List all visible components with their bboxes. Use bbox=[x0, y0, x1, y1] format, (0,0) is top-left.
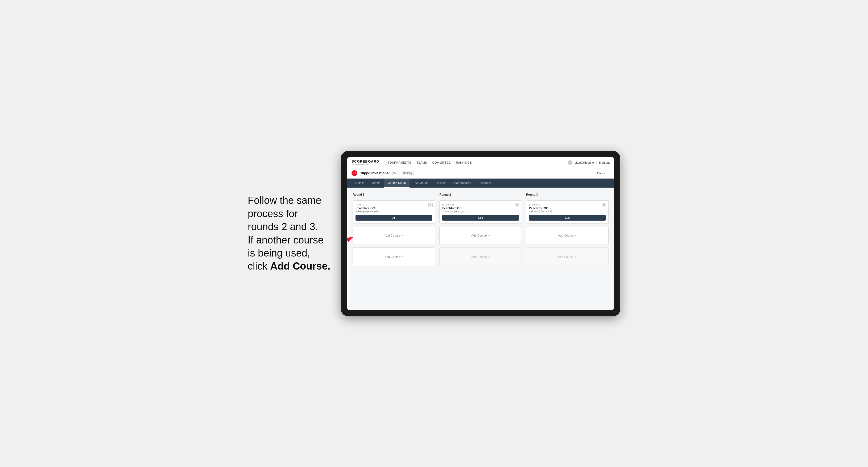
round-1-add-course-2[interactable]: Add Course + bbox=[352, 247, 435, 266]
tab-course-setup[interactable]: Course Setup bbox=[384, 179, 409, 188]
round-3-edit-button[interactable]: Edit bbox=[529, 215, 606, 221]
round-1-column: Round 1 ✕ (Course A) Peachtree GC Yellow… bbox=[352, 193, 435, 266]
rounds-container: Round 1 ✕ (Course A) Peachtree GC Yellow… bbox=[352, 193, 609, 266]
round-3-course-name: Peachtree GC bbox=[529, 207, 606, 210]
logo-main: SCOREBOARD bbox=[351, 159, 379, 163]
round-2-title: Round 2 bbox=[439, 193, 522, 196]
cancel-button[interactable]: Cancel ✕ bbox=[597, 172, 610, 175]
round-1-course-name: Peachtree GC bbox=[355, 207, 432, 210]
round-2-edit-button[interactable]: Edit bbox=[442, 215, 519, 221]
nav-teams[interactable]: TEAMS bbox=[416, 161, 427, 164]
round-3-add-course-2-plus-icon: + bbox=[575, 255, 577, 259]
round-1-course-details: Yellow (M) (6629 yds) bbox=[355, 210, 432, 213]
nav-rankings[interactable]: RANKINGS bbox=[456, 161, 472, 164]
round-3-add-course-1-label: Add Course bbox=[558, 234, 574, 237]
user-email: blair@clippd.io bbox=[575, 161, 594, 164]
round-1-course-label: (Course A) bbox=[355, 203, 432, 206]
round-1-remove-button[interactable]: ✕ bbox=[428, 203, 433, 207]
clippd-icon: C bbox=[351, 170, 358, 176]
tab-leaderboards[interactable]: Leaderboards bbox=[449, 179, 475, 188]
tab-printables[interactable]: Printables bbox=[475, 179, 495, 188]
logo-sub: Powered by clippd bbox=[351, 163, 379, 166]
nav-tournaments[interactable]: TOURNAMENTS bbox=[388, 161, 411, 164]
add-course-2-label: Add Course bbox=[384, 255, 400, 258]
tab-details[interactable]: Details bbox=[351, 179, 368, 188]
device-wrapper: SCOREBOARD Powered by clippd TOURNAMENTS… bbox=[341, 151, 620, 316]
round-1-course-card: ✕ (Course A) Peachtree GC Yellow (M) (66… bbox=[352, 200, 435, 223]
round-3-title: Round 3 bbox=[526, 193, 609, 196]
round-2-remove-button[interactable]: ✕ bbox=[515, 203, 519, 207]
arrow-svg bbox=[347, 229, 355, 245]
round-2-add-course-1[interactable]: Add Course + bbox=[439, 226, 522, 245]
tab-results[interactable]: Results bbox=[432, 179, 450, 188]
round-3-add-course-1-plus-icon: + bbox=[575, 234, 577, 237]
user-avatar-icon bbox=[567, 160, 572, 165]
scoreboard-logo: SCOREBOARD Powered by clippd bbox=[351, 159, 379, 166]
round-2-course-details: Yellow (M) (6629 yds) bbox=[442, 210, 519, 213]
tournament-name: Clippd Invitational bbox=[360, 171, 390, 175]
round-3-column: Round 3 ✕ (Course A) Peachtree GC Yellow… bbox=[526, 193, 609, 266]
annotation-text: Follow the same process for rounds 2 and… bbox=[248, 194, 330, 273]
round-2-add-course-2-label: Add Course bbox=[471, 255, 487, 258]
add-course-bold: Add Course. bbox=[270, 260, 330, 272]
tournament-gender: (Men) bbox=[392, 172, 399, 175]
round-2-course-card: ✕ (Course A) Peachtree GC Yellow (M) (66… bbox=[439, 200, 522, 223]
round-2-add-course-1-label: Add Course bbox=[471, 234, 487, 237]
round-1-title: Round 1 bbox=[352, 193, 435, 196]
add-course-2-plus-icon: + bbox=[401, 255, 403, 259]
round-3-add-course-2: Add Course + bbox=[526, 247, 609, 266]
round-3-add-course-1[interactable]: Add Course + bbox=[526, 226, 609, 245]
page-wrapper: Follow the same process for rounds 2 and… bbox=[248, 151, 620, 316]
round-3-add-course-2-label: Add Course bbox=[558, 255, 574, 258]
round-3-course-card: ✕ (Course A) Peachtree GC Yellow (M) (66… bbox=[526, 200, 609, 223]
round-1-edit-button[interactable]: Edit bbox=[355, 215, 432, 221]
round-3-course-details: Yellow (M) (6629 yds) bbox=[529, 210, 606, 213]
add-course-1-label: Add Course bbox=[384, 234, 400, 237]
close-icon: ✕ bbox=[607, 172, 610, 175]
round-2-course-label: (Course A) bbox=[442, 203, 519, 206]
tab-teams[interactable]: Teams bbox=[368, 179, 384, 188]
round-2-column: Round 2 ✕ (Course A) Peachtree GC Yellow… bbox=[439, 193, 522, 266]
round-3-remove-button[interactable]: ✕ bbox=[602, 203, 606, 207]
round-2-add-course-1-plus-icon: + bbox=[488, 234, 490, 237]
top-nav: SCOREBOARD Powered by clippd TOURNAMENTS… bbox=[347, 157, 614, 168]
sub-header: C Clippd Invitational (Men) Hosting Canc… bbox=[347, 168, 614, 179]
nav-committee[interactable]: COMMITTEE bbox=[432, 161, 451, 164]
sub-header-left: C Clippd Invitational (Men) Hosting bbox=[351, 170, 413, 176]
round-2-add-course-2: Add Course + bbox=[439, 247, 522, 266]
round-2-course-name: Peachtree GC bbox=[442, 207, 519, 210]
tab-tee-groups[interactable]: Tee Groups bbox=[409, 179, 432, 188]
tabs-bar: Details Teams Course Setup Tee Groups Re… bbox=[347, 179, 614, 188]
round-2-add-course-2-plus-icon: + bbox=[488, 255, 490, 259]
add-course-1-plus-icon: + bbox=[401, 234, 403, 237]
nav-right: blair@clippd.io | Sign out bbox=[567, 160, 610, 165]
round-1-add-course-1[interactable]: Add Course + bbox=[352, 226, 435, 245]
round-3-course-label: (Course A) bbox=[529, 203, 606, 206]
content-area: Round 1 ✕ (Course A) Peachtree GC Yellow… bbox=[347, 188, 614, 310]
hosting-badge: Hosting bbox=[402, 171, 414, 175]
nav-links: TOURNAMENTS TEAMS COMMITTEE RANKINGS bbox=[388, 161, 561, 164]
device-screen: SCOREBOARD Powered by clippd TOURNAMENTS… bbox=[347, 157, 614, 310]
sign-out-link[interactable]: Sign out bbox=[599, 161, 610, 164]
